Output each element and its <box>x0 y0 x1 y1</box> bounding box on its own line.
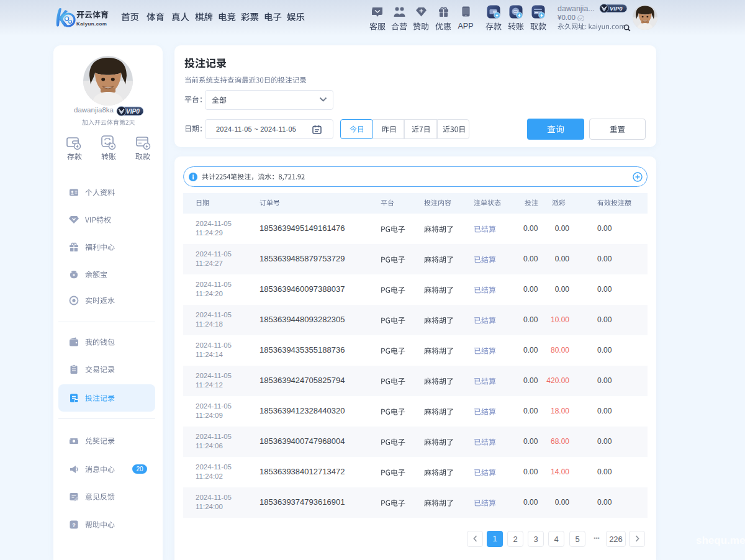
svg-text:VIP0: VIP0 <box>610 5 623 12</box>
svg-text:VIP0: VIP0 <box>126 108 140 115</box>
svg-text:?: ? <box>72 522 76 528</box>
